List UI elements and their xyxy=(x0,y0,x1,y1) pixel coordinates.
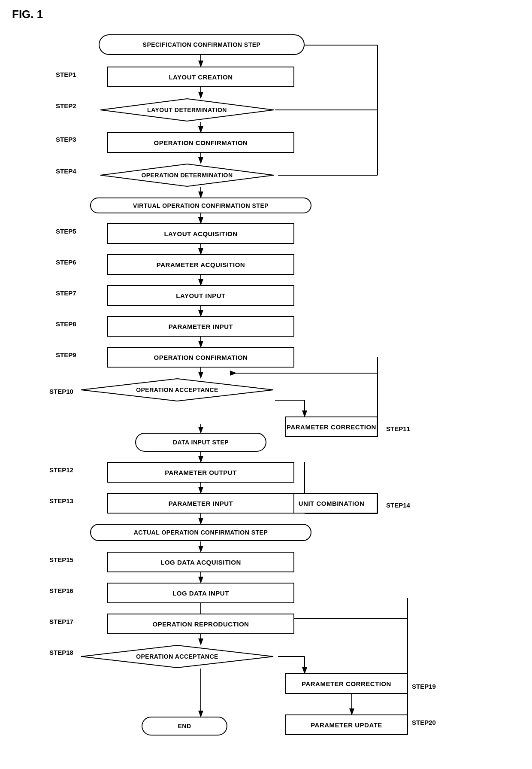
step14-label: STEP14 xyxy=(386,502,410,509)
operation-reproduction-box: OPERATION REPRODUCTION xyxy=(107,614,294,634)
step19-label: STEP19 xyxy=(412,683,436,690)
parameter-output-box: PARAMETER OUTPUT xyxy=(107,462,294,483)
step13-label: STEP13 xyxy=(49,497,73,505)
layout-creation-box: LAYOUT CREATION xyxy=(107,67,294,87)
step5-label: STEP5 xyxy=(56,228,76,235)
parameter-correction1-box: PARAMETER CORRECTION xyxy=(285,416,378,437)
step18-label: STEP18 xyxy=(49,649,73,656)
layout-input-box: LAYOUT INPUT xyxy=(107,285,294,306)
parameter-update-box: PARAMETER UPDATE xyxy=(285,714,408,735)
unit-combination-box: UNIT COMBINATION xyxy=(285,493,378,514)
step2-label: STEP2 xyxy=(56,102,76,109)
layout-acquisition-box: LAYOUT ACQUISITION xyxy=(107,223,294,244)
operation-acceptance1-diamond: OPERATION ACCEPTANCE xyxy=(79,378,275,402)
virtual-op-box: VIRTUAL OPERATION CONFIRMATION STEP xyxy=(90,198,311,213)
step7-label: STEP7 xyxy=(56,289,76,297)
operation-confirmation2-box: OPERATION CONFIRMATION xyxy=(107,347,294,368)
step12-label: STEP12 xyxy=(49,466,73,474)
layout-determination-diamond: LAYOUT DETERMINATION xyxy=(99,98,275,122)
step16-label: STEP16 xyxy=(49,587,73,594)
step4-label: STEP4 xyxy=(56,167,76,175)
step11-label: STEP11 xyxy=(386,425,410,432)
step20-label: STEP20 xyxy=(412,719,436,726)
parameter-input2-box: PARAMETER INPUT xyxy=(107,493,294,514)
log-data-input-box: LOG DATA INPUT xyxy=(107,583,294,603)
step10-label: STEP10 xyxy=(49,388,73,395)
step1-label: STEP1 xyxy=(56,71,76,78)
step3-label: STEP3 xyxy=(56,136,76,143)
fig-title: FIG. 1 xyxy=(12,8,43,21)
step15-label: STEP15 xyxy=(49,556,73,563)
step6-label: STEP6 xyxy=(56,258,76,266)
data-input-box: DATA INPUT STEP xyxy=(135,433,266,452)
parameter-input1-box: PARAMETER INPUT xyxy=(107,316,294,337)
step8-label: STEP8 xyxy=(56,320,76,328)
step9-label: STEP9 xyxy=(56,351,76,359)
log-data-acquisition-box: LOG DATA ACQUISITION xyxy=(107,552,294,572)
parameter-correction2-box: PARAMETER CORRECTION xyxy=(285,673,408,694)
end-box: END xyxy=(142,717,227,736)
operation-acceptance2-diamond: OPERATION ACCEPTANCE xyxy=(79,644,275,669)
operation-confirmation1-box: OPERATION CONFIRMATION xyxy=(107,132,294,153)
operation-determination-diamond: OPERATION DETERMINATION xyxy=(99,163,275,187)
spec-confirm-box: SPECIFICATION CONFIRMATION STEP xyxy=(99,34,305,55)
step17-label: STEP17 xyxy=(49,618,73,625)
actual-op-box: ACTUAL OPERATION CONFIRMATION STEP xyxy=(90,524,311,541)
parameter-acquisition-box: PARAMETER ACQUISITION xyxy=(107,254,294,275)
